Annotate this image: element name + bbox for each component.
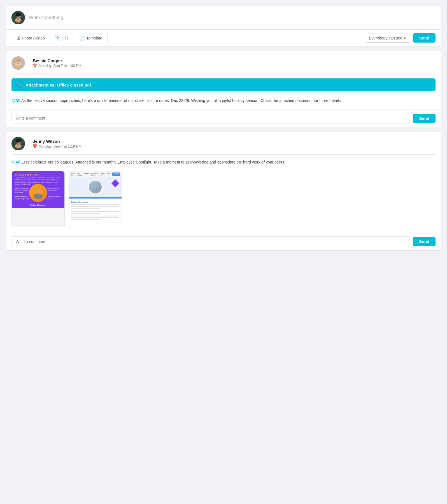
calendar-icon-1: 📅: [33, 64, 37, 68]
compose-toolbar: ⊞ Photo / video 📎 File 📄 Template Everyb…: [6, 30, 441, 46]
helen-spotlight-label: EMPLOYEE SPOTLIGHT: [15, 174, 39, 176]
compose-send-button[interactable]: Send: [413, 33, 436, 43]
post-card-2: Jenny Wilson 📅 Monday, Sep 7 at 1:19 PM …: [6, 132, 441, 250]
post-header-1: Bessie Cooper 📅 Monday, Sep 7 at 1:30 PM: [6, 51, 441, 74]
helen-name: Helen Gardner: [30, 204, 46, 206]
elaine-line-5: [71, 213, 100, 214]
elaine-line-7: [71, 217, 119, 218]
post-date-1: 📅 Monday, Sep 7 at 1:30 PM: [33, 64, 82, 68]
post-date-text-2: Monday, Sep 7 at 1:19 PM: [39, 144, 82, 148]
attachment-bar-1[interactable]: 📎 Attachment #1: Office closed.pdf: [11, 78, 436, 91]
compose-top-area[interactable]: Write something: [6, 6, 441, 30]
photo-video-button[interactable]: ⊞ Photo / video: [11, 33, 50, 43]
calendar-icon-2: 📅: [33, 144, 37, 148]
comment-input-1[interactable]: [11, 113, 410, 123]
visibility-dropdown[interactable]: Everybody can see ▾: [365, 34, 410, 43]
bessie-avatar: [11, 56, 25, 70]
elaine-line-6: [71, 216, 119, 216]
photo-icon: ⊞: [17, 35, 20, 41]
template-button[interactable]: 📄 Template: [74, 33, 108, 43]
file-button[interactable]: 📎 File: [50, 33, 74, 43]
post-body-text-1: As the festive season approaches, here's…: [20, 98, 342, 103]
thumbnail-helen-inner: EMPLOYEE SPOTLIGHT A huge shout out is i…: [12, 171, 64, 203]
svg-point-23: [34, 193, 43, 199]
elaine-line-1: [71, 204, 119, 205]
post-body-text-2: Let's celebrate our colleagues! Attached…: [20, 160, 285, 164]
svg-point-12: [15, 62, 21, 66]
attachment-name-1: Attachment #1: Office closed.pdf: [25, 83, 91, 87]
post-author-name-1: Bessie Cooper: [33, 58, 82, 63]
comment-area-1: Send: [6, 109, 441, 127]
visibility-label: Everybody can see: [369, 36, 402, 40]
elaine-person-avatar: [88, 180, 102, 194]
post-date-2: 📅 Monday, Sep 7 at 1:19 PM: [33, 144, 82, 148]
post-author-info-2: Jenny Wilson 📅 Monday, Sep 7 at 1:19 PM: [33, 139, 82, 148]
mention-all-1: @All: [11, 98, 20, 103]
compose-placeholder: Write something: [29, 15, 436, 20]
svg-point-13: [17, 63, 19, 64]
template-label: Template: [86, 36, 102, 40]
svg-point-3: [16, 13, 21, 17]
elaine-name: Elaine Simpson: [71, 201, 119, 203]
post-header-2: Jenny Wilson 📅 Monday, Sep 7 at 1:19 PM: [6, 132, 441, 154]
svg-point-7: [17, 18, 19, 19]
elaine-line-3: [71, 208, 100, 209]
helen-avatar-thumb: [28, 183, 48, 203]
post-body-2: @All Let's celebrate our colleagues! Att…: [6, 155, 441, 170]
template-icon: 📄: [79, 35, 85, 41]
elaine-content: Elaine Simpson: [69, 199, 122, 227]
jenny-avatar: [11, 137, 25, 150]
comment-input-2[interactable]: [11, 236, 410, 247]
thumbnail-elaine[interactable]: Product TourWhy OrubiaResults ▼Connected…: [69, 171, 122, 227]
chevron-down-icon: ▾: [404, 36, 406, 40]
svg-point-21: [17, 144, 19, 145]
post-author-info-1: Bessie Cooper 📅 Monday, Sep 7 at 1:30 PM: [33, 58, 82, 68]
elaine-line-2: [71, 206, 119, 207]
post-body-1: @All As the festive season approaches, h…: [6, 96, 441, 108]
post-card-1: Bessie Cooper 📅 Monday, Sep 7 at 1:30 PM…: [6, 51, 441, 127]
file-label: File: [62, 36, 69, 40]
thumbnail-helen[interactable]: EMPLOYEE SPOTLIGHT A huge shout out is i…: [11, 171, 65, 227]
thumbnails-container: EMPLOYEE SPOTLIGHT A huge shout out is i…: [6, 170, 441, 232]
paperclip-icon: 📎: [55, 35, 61, 41]
compose-avatar: [11, 11, 25, 24]
clip-icon-1: 📎: [17, 82, 23, 88]
elaine-top: [69, 177, 122, 197]
compose-card: Write something ⊞ Photo / video 📎 File 📄…: [6, 6, 441, 46]
helen-name-bar: Helen Gardner: [12, 203, 64, 208]
post-date-text-1: Monday, Sep 7 at 1:30 PM: [39, 64, 82, 68]
comment-send-button-2[interactable]: Send: [413, 237, 436, 246]
photo-video-label: Photo / video: [22, 36, 45, 40]
comment-area-2: Send: [6, 233, 441, 250]
post-author-name-2: Jenny Wilson: [33, 139, 82, 144]
post-divider-1: [11, 74, 436, 74]
mention-all-2: @All: [11, 160, 20, 164]
comment-send-button-1[interactable]: Send: [413, 114, 436, 123]
elaine-line-4: [71, 211, 119, 212]
elaine-line-8: [71, 219, 100, 220]
elaine-diamond-icon: [111, 179, 119, 187]
svg-point-17: [16, 139, 21, 143]
